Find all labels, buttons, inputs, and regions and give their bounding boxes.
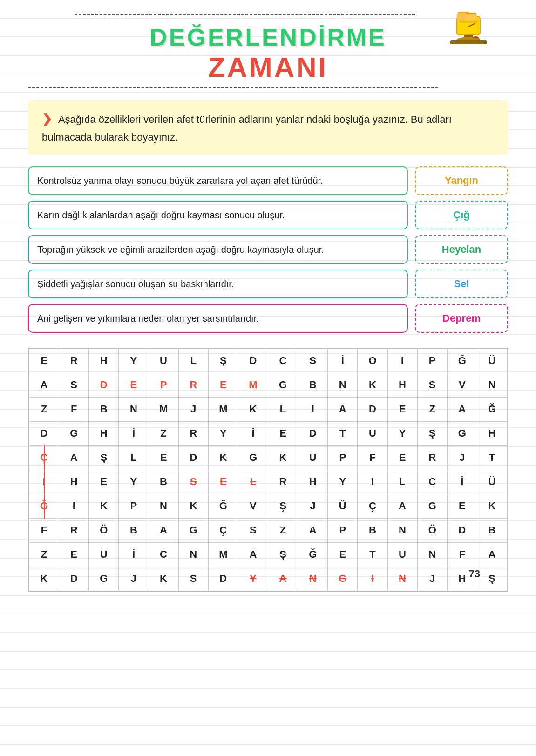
wordsearch-cell: C bbox=[268, 349, 298, 373]
wordsearch-cell: A bbox=[298, 518, 328, 542]
wordsearch-cell: E bbox=[208, 470, 238, 494]
wordsearch-cell: L bbox=[178, 349, 208, 373]
wordsearch-cell: S bbox=[59, 373, 89, 397]
wordsearch-grid: ERHYULŞDCSİOIPĞÜASDEPREMGBNKHSVNZFBNMJMK… bbox=[28, 348, 508, 592]
wordsearch-cell: D bbox=[358, 397, 387, 421]
wordsearch-cell: I bbox=[29, 470, 59, 494]
wordsearch-cell: A bbox=[328, 397, 358, 421]
wordsearch-cell: İ bbox=[447, 470, 477, 494]
wordsearch-cell: I bbox=[59, 494, 89, 518]
wordsearch-cell: U bbox=[89, 542, 119, 567]
wordsearch-cell: D bbox=[298, 421, 328, 446]
wordsearch-cell: B bbox=[89, 397, 119, 421]
wordsearch-cell: A bbox=[149, 518, 178, 542]
wordsearch-cell: N bbox=[149, 494, 178, 518]
wordsearch-cell: B bbox=[358, 518, 387, 542]
wordsearch-cell: N bbox=[178, 542, 208, 567]
wordsearch-cell: B bbox=[477, 518, 507, 542]
wordsearch-cell: Y bbox=[387, 421, 417, 446]
wordsearch-cell: U bbox=[358, 421, 387, 446]
wordsearch-cell: P bbox=[119, 494, 149, 518]
def-box-3: Toprağın yüksek ve eğimli arazilerden aş… bbox=[28, 235, 408, 264]
wordsearch-cell: F bbox=[29, 518, 59, 542]
wordsearch-cell: A bbox=[447, 397, 477, 421]
wordsearch-cell: Y bbox=[238, 567, 268, 591]
wordsearch-cell: G bbox=[89, 567, 119, 591]
wordsearch-cell: G bbox=[178, 518, 208, 542]
wordsearch-cell: R bbox=[59, 518, 89, 542]
wordsearch-cell: Ş bbox=[417, 421, 447, 446]
ans-box-2: Çığ bbox=[415, 201, 508, 230]
wordsearch-cell: Z bbox=[29, 542, 59, 567]
wordsearch-cell: K bbox=[29, 567, 59, 591]
wordsearch-cell: B bbox=[119, 518, 149, 542]
wordsearch-table: ERHYULŞDCSİOIPĞÜASDEPREMGBNKHSVNZFBNMJMK… bbox=[29, 349, 507, 591]
wordsearch-cell: Ğ bbox=[298, 542, 328, 567]
wordsearch-cell: U bbox=[387, 542, 417, 567]
wordsearch-cell: E bbox=[89, 470, 119, 494]
wordsearch-cell: İ bbox=[238, 421, 268, 446]
wordsearch-cell: E bbox=[59, 542, 89, 567]
wordsearch-cell: E bbox=[447, 494, 477, 518]
wordsearch-cell: T bbox=[477, 446, 507, 470]
wordsearch-cell: Ü bbox=[328, 494, 358, 518]
wordsearch-cell: Ö bbox=[89, 518, 119, 542]
wordsearch-cell: N bbox=[477, 373, 507, 397]
wordsearch-cell: Ğ bbox=[29, 494, 59, 518]
wordsearch-cell: A bbox=[387, 494, 417, 518]
wordsearch-cell: V bbox=[447, 373, 477, 397]
wordsearch-cell: Ğ bbox=[477, 397, 507, 421]
page-header: DEĞERLENDİRME ZAMANI bbox=[28, 9, 508, 91]
wordsearch-cell: Ç bbox=[29, 446, 59, 470]
wordsearch-cell: Y bbox=[208, 421, 238, 446]
wordsearch-cell: A bbox=[29, 373, 59, 397]
wordsearch-cell: Ş bbox=[89, 446, 119, 470]
wordsearch-cell: G bbox=[328, 567, 358, 591]
wordsearch-cell: H bbox=[298, 470, 328, 494]
wordsearch-cell: Z bbox=[417, 397, 447, 421]
wordsearch-cell: N bbox=[387, 567, 417, 591]
wordsearch-cell: U bbox=[149, 349, 178, 373]
arrow-icon: ❯ bbox=[42, 112, 52, 126]
wordsearch-cell: Ç bbox=[358, 494, 387, 518]
wordsearch-cell: N bbox=[387, 518, 417, 542]
wordsearch-cell: M bbox=[238, 373, 268, 397]
def-row-1: Kontrolsüz yanma olayı sonucu büyük zara… bbox=[28, 166, 508, 195]
wordsearch-cell: D bbox=[29, 421, 59, 446]
wordsearch-cell: H bbox=[477, 421, 507, 446]
wordsearch-cell: G bbox=[59, 421, 89, 446]
wordsearch-cell: Z bbox=[268, 518, 298, 542]
wordsearch-cell: E bbox=[149, 446, 178, 470]
wordsearch-cell: D bbox=[447, 518, 477, 542]
wordsearch-cell: L bbox=[119, 446, 149, 470]
wordsearch-cell: R bbox=[417, 446, 447, 470]
wordsearch-cell: Y bbox=[119, 349, 149, 373]
wordsearch-cell: K bbox=[358, 373, 387, 397]
wordsearch-cell: R bbox=[178, 373, 208, 397]
wordsearch-cell: S bbox=[178, 567, 208, 591]
wordsearch-cell: Ğ bbox=[447, 349, 477, 373]
ans-box-3: Heyelan bbox=[415, 235, 508, 264]
wordsearch-cell: K bbox=[149, 567, 178, 591]
wordsearch-cell: R bbox=[268, 470, 298, 494]
wordsearch-cell: V bbox=[238, 494, 268, 518]
wordsearch-cell: E bbox=[268, 421, 298, 446]
wordsearch-cell: Ö bbox=[417, 518, 447, 542]
definitions-section: Kontrolsüz yanma olayı sonucu büyük zara… bbox=[28, 166, 508, 333]
wordsearch-cell: S bbox=[178, 470, 208, 494]
wordsearch-cell: D bbox=[208, 567, 238, 591]
wordsearch-cell: G bbox=[268, 373, 298, 397]
wordsearch-cell: N bbox=[417, 542, 447, 567]
wordsearch-cell: P bbox=[328, 446, 358, 470]
wordsearch-cell: A bbox=[59, 446, 89, 470]
wordsearch-cell: A bbox=[238, 542, 268, 567]
def-box-1: Kontrolsüz yanma olayı sonucu büyük zara… bbox=[28, 166, 408, 195]
wordsearch-cell: P bbox=[149, 373, 178, 397]
wordsearch-cell: D bbox=[178, 446, 208, 470]
wordsearch-cell: K bbox=[208, 446, 238, 470]
wordsearch-cell: J bbox=[119, 567, 149, 591]
wordsearch-cell: B bbox=[298, 373, 328, 397]
def-box-5: Ani gelişen ve yıkımlara neden olan yer … bbox=[28, 304, 408, 333]
def-box-2: Karın dağlık alanlardan aşağı doğru kaym… bbox=[28, 201, 408, 230]
wordsearch-cell: M bbox=[149, 397, 178, 421]
